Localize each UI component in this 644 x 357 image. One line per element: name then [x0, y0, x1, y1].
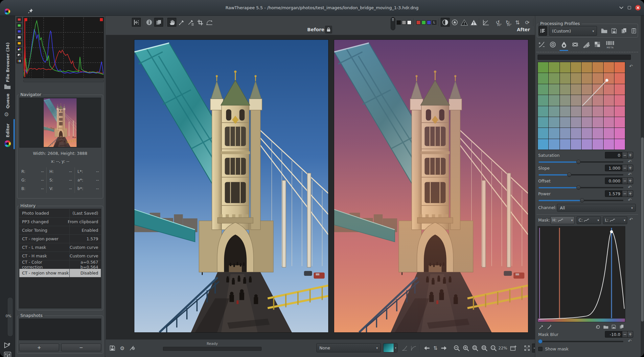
saturation-spinbox[interactable]: 0 − + — [605, 152, 633, 158]
straighten-tool-button[interactable] — [205, 18, 214, 27]
offset-spinbox[interactable]: 0.000 − + — [605, 178, 633, 184]
color-picker-button[interactable] — [177, 18, 186, 27]
tab-color[interactable] — [559, 39, 569, 49]
gamut-check-button[interactable] — [450, 18, 459, 27]
tab-exposure[interactable] — [537, 39, 546, 49]
crop-profile-select[interactable]: None▾ — [316, 343, 381, 352]
titlebar[interactable]: RawTherapee 5.5 - /home/morgan/photos/te… — [0, 0, 644, 16]
histogram-scale-bar[interactable] — [23, 80, 104, 82]
reset-power-icon[interactable]: ↶ — [628, 198, 632, 202]
close-window-icon[interactable] — [634, 4, 641, 11]
reset-mask-blur-icon[interactable]: ↶ — [628, 339, 632, 344]
before-curve-button[interactable] — [401, 344, 408, 353]
minus-button[interactable]: − — [622, 165, 628, 171]
reset-mask-icon[interactable]: ↶ — [629, 217, 633, 222]
save-image-button[interactable] — [108, 344, 117, 353]
histogram-rgb-mode-toggle[interactable] — [16, 47, 22, 52]
minus-button[interactable]: − — [622, 152, 628, 158]
minus-button[interactable]: − — [622, 190, 628, 197]
paste-profile-button[interactable] — [629, 26, 638, 36]
auto-rotate-button[interactable]: ⟳ — [523, 18, 532, 27]
rotate-left-button[interactable]: ↺90° — [493, 18, 502, 27]
channel-green-swatch[interactable] — [422, 20, 426, 25]
film-strip-dropdown-icon[interactable]: ▾ — [394, 344, 397, 352]
offset-slider[interactable] — [539, 185, 623, 190]
show-mask-checkbox[interactable] — [538, 347, 542, 351]
before-image[interactable] — [134, 39, 329, 333]
shadow-clipping-button[interactable] — [460, 18, 469, 27]
mask-blur-spinbox[interactable]: -10.0 − + — [605, 331, 633, 338]
channel-blue-swatch[interactable] — [427, 20, 431, 25]
zoom-crop-button[interactable] — [471, 344, 479, 353]
bg-gray-swatch[interactable] — [402, 20, 406, 25]
queue-processing-button[interactable]: ⚙ — [118, 344, 126, 353]
history-row[interactable]: CT - H maskCustom curve — [19, 252, 101, 260]
history-row[interactable]: PP3 changedFrom clipboard — [19, 218, 101, 226]
power-spinbox[interactable]: 1.579 − + — [605, 190, 633, 197]
copy-profile-button[interactable] — [619, 26, 629, 36]
select-straighten-button[interactable] — [481, 18, 491, 27]
plus-button[interactable]: + — [628, 165, 633, 171]
film-strip-toggle[interactable]: ▾ — [383, 343, 398, 352]
reset-slope-icon[interactable]: ↶ — [628, 172, 632, 177]
previous-image-button[interactable] — [422, 344, 431, 353]
mask-blur-slider[interactable] — [539, 339, 623, 344]
theme-slider[interactable]: T — [391, 17, 395, 30]
next-image-button[interactable] — [440, 344, 448, 353]
power-value[interactable]: 1.579 — [605, 190, 622, 197]
history-row[interactable]: Color ToningEnabled — [19, 226, 101, 235]
delete-snapshot-button[interactable]: − — [61, 344, 101, 351]
slope-value[interactable]: 1.000 — [605, 165, 622, 171]
highlight-clipping-button[interactable] — [469, 18, 478, 27]
curve-edit-icon[interactable] — [545, 323, 553, 330]
history-row[interactable]: CT - Color correctiona=0.567 b=0.564 — [19, 260, 101, 269]
tab-detail[interactable] — [548, 39, 558, 49]
add-adjuster-icon[interactable] — [4, 342, 12, 350]
rotate-right-button[interactable]: ↻90° — [503, 18, 512, 27]
histogram-luma-toggle[interactable] — [16, 35, 22, 40]
plus-button[interactable]: + — [628, 152, 633, 158]
reset-saturation-icon[interactable]: ↶ — [628, 159, 632, 164]
white-balance-picker-button[interactable] — [186, 18, 196, 27]
zoom-fit-button[interactable] — [480, 344, 489, 353]
mask-h-button[interactable]: H: ▾ — [550, 216, 575, 224]
scrollbar-thumb[interactable] — [641, 137, 644, 321]
after-image[interactable] — [334, 39, 528, 333]
histogram-raw-toggle[interactable] — [16, 53, 22, 58]
mixer-sliders-icon[interactable] — [4, 352, 11, 357]
lock-before-button[interactable] — [325, 26, 332, 34]
fullscreen-button[interactable] — [523, 344, 531, 353]
after-curve-button[interactable] — [409, 344, 417, 353]
bg-white-swatch[interactable] — [407, 20, 411, 25]
snapshots-list[interactable] — [19, 319, 101, 340]
histogram-plot[interactable] — [23, 17, 104, 78]
channel-select[interactable]: All▾ — [557, 204, 636, 212]
region-list-bar[interactable] — [538, 55, 631, 60]
history-row-selected[interactable]: CT - region show maskDisabled — [19, 269, 101, 277]
channel-luma-swatch[interactable]: L — [432, 20, 436, 25]
mask-l-button[interactable]: L: ▾ — [603, 216, 627, 224]
reset-curve-button[interactable] — [594, 323, 602, 330]
crop-tool-button[interactable] — [196, 18, 205, 27]
sidebar-zoom-slider[interactable]: 0% — [7, 297, 13, 337]
add-snapshot-button[interactable]: + — [19, 344, 59, 351]
image-info-button[interactable] — [145, 18, 154, 27]
histogram-chroma-toggle[interactable] — [16, 41, 22, 46]
histogram-green-toggle[interactable] — [16, 23, 22, 28]
load-profile-button[interactable] — [600, 26, 609, 36]
zoom-100-button[interactable]: 1:1 — [489, 344, 498, 353]
offset-value[interactable]: 0.000 — [605, 178, 622, 184]
histogram-red-toggle[interactable] — [16, 17, 22, 22]
soft-proofing-button[interactable] — [441, 18, 450, 27]
flip-vertical-button[interactable]: ⇅ — [513, 18, 522, 27]
tab-advanced[interactable] — [570, 39, 580, 49]
lab-grid-marker[interactable] — [538, 62, 625, 150]
before-after-view-button[interactable] — [154, 18, 163, 27]
copy-curve-button[interactable] — [618, 323, 625, 330]
reset-offset-icon[interactable]: ↶ — [628, 185, 632, 190]
curve-picker-icon[interactable] — [538, 323, 545, 330]
histogram-blue-toggle[interactable] — [16, 29, 22, 34]
zoom-in-button[interactable] — [462, 344, 470, 353]
tab-raw[interactable] — [592, 39, 602, 49]
tab-transform[interactable] — [581, 39, 591, 49]
